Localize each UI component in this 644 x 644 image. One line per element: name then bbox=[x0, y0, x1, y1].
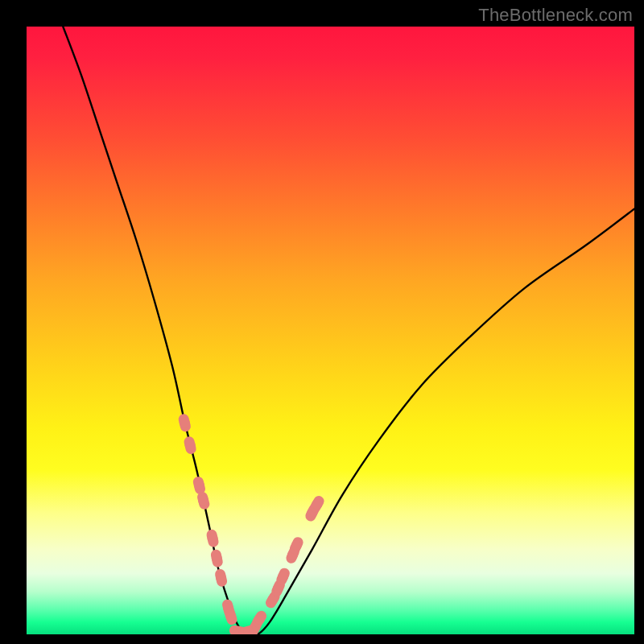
plot-area bbox=[27, 27, 634, 634]
highlight-dot bbox=[216, 572, 226, 583]
highlight-dots-bottom bbox=[229, 624, 258, 634]
highlight-dots-right bbox=[246, 494, 326, 634]
highlight-dot bbox=[312, 499, 322, 510]
highlight-dot bbox=[194, 481, 204, 491]
highlight-dot bbox=[198, 495, 208, 506]
highlight-dot bbox=[180, 418, 190, 428]
highlight-dot bbox=[185, 440, 196, 451]
highlight-dot bbox=[208, 533, 218, 543]
watermark-text: TheBottleneck.com bbox=[478, 5, 633, 26]
highlight-dot bbox=[212, 553, 222, 564]
highlight-dot bbox=[278, 572, 288, 582]
chart-svg bbox=[27, 27, 634, 634]
highlight-dot bbox=[225, 611, 236, 621]
highlight-dot bbox=[291, 540, 302, 551]
highlight-dot bbox=[254, 614, 265, 625]
figure-frame: TheBottleneck.com bbox=[0, 0, 644, 644]
bottleneck-curve bbox=[63, 27, 634, 634]
